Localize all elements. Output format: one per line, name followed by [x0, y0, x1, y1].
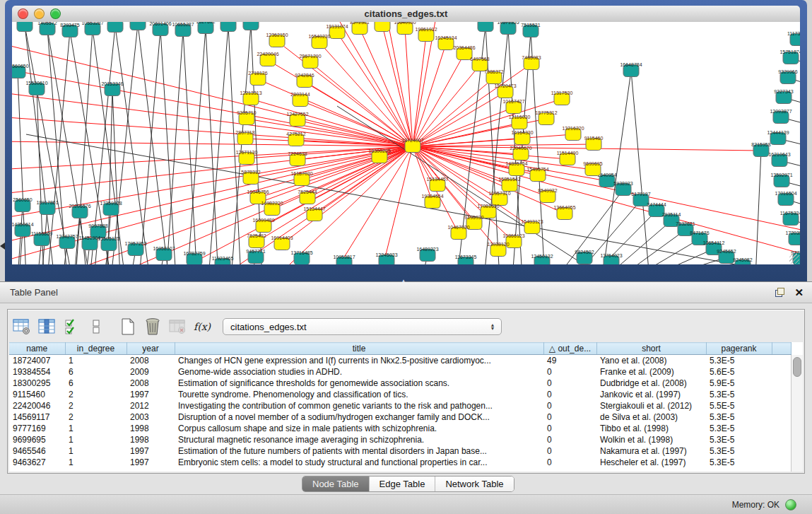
- row-selection-button[interactable]: [61, 316, 81, 337]
- table-cell[interactable]: 0: [543, 434, 596, 445]
- network-edge[interactable]: [139, 30, 160, 264]
- table-cell[interactable]: Estimation of significance thresholds fo…: [175, 378, 543, 389]
- table-cell[interactable]: Stergiakouli et al. (2012): [596, 400, 706, 411]
- show-columns-button[interactable]: [37, 316, 57, 337]
- table-cell[interactable]: Changes of HCN gene expression and I(f) …: [175, 355, 543, 367]
- network-edge[interactable]: [602, 71, 631, 264]
- network-edge[interactable]: [319, 42, 413, 146]
- table-cell[interactable]: 19384554: [9, 366, 65, 378]
- scrollbar-thumb[interactable]: [793, 357, 801, 377]
- network-edge[interactable]: [305, 81, 413, 146]
- delete-column-button[interactable]: [143, 316, 163, 337]
- column-header-short[interactable]: short: [596, 343, 706, 355]
- table-cell[interactable]: 1997: [126, 457, 175, 468]
- table-cell[interactable]: Dudbridge et al. (2008): [596, 378, 706, 389]
- close-panel-icon[interactable]: ✕: [794, 288, 804, 297]
- table-cell[interactable]: 18724007: [9, 355, 65, 367]
- column-header-out_de[interactable]: △ out_de...: [543, 343, 596, 355]
- table-cell[interactable]: 5.9E-5: [706, 378, 772, 389]
- network-edge[interactable]: [413, 35, 426, 146]
- table-cell[interactable]: 1: [65, 434, 126, 445]
- network-node[interactable]: [243, 22, 259, 30]
- table-cell[interactable]: 2009: [126, 366, 175, 378]
- network-edge[interactable]: [12, 42, 413, 146]
- table-cell[interactable]: Investigating the contribution of common…: [175, 400, 543, 411]
- table-cell[interactable]: 9115460: [9, 389, 65, 400]
- table-cell[interactable]: 1997: [126, 445, 175, 457]
- column-header-in_degree[interactable]: in_degree: [65, 343, 126, 355]
- table-cell[interactable]: 1: [65, 445, 126, 457]
- network-node[interactable]: [220, 22, 236, 32]
- new-column-button[interactable]: [118, 316, 138, 337]
- table-cell[interactable]: Wolkin et al. (1998): [596, 434, 706, 445]
- table-cell[interactable]: 49: [543, 355, 596, 367]
- table-mode-button[interactable]: [12, 316, 32, 337]
- table-cell[interactable]: 1: [65, 355, 126, 367]
- network-edge[interactable]: [138, 24, 169, 264]
- network-edge[interactable]: [166, 30, 183, 264]
- table-cell[interactable]: Disruption of a novel member of a sodium…: [175, 411, 543, 423]
- table-cell[interactable]: 0: [543, 389, 596, 400]
- table-cell[interactable]: 5.3E-5: [706, 434, 772, 445]
- function-builder-button[interactable]: f(x): [192, 316, 212, 337]
- table-cell[interactable]: 0: [543, 445, 596, 457]
- table-cell[interactable]: 1: [65, 457, 126, 468]
- table-cell[interactable]: Corpus callosum shape and size in male p…: [175, 423, 543, 434]
- table-cell[interactable]: Estimation of the future numbers of pati…: [175, 445, 543, 457]
- table-row[interactable]: 1830029562008Estimation of significance …: [9, 378, 791, 389]
- network-edge[interactable]: [631, 71, 649, 264]
- column-header-year[interactable]: year: [126, 343, 175, 355]
- table-cell[interactable]: 5.6E-5: [706, 366, 772, 378]
- row-height-button[interactable]: [86, 316, 106, 337]
- network-edge[interactable]: [413, 92, 505, 146]
- table-cell[interactable]: 5.3E-5: [706, 411, 772, 423]
- table-cell[interactable]: 2012: [126, 400, 175, 411]
- table-cell[interactable]: 2003: [126, 411, 175, 423]
- table-cell[interactable]: 9465546: [9, 445, 65, 457]
- table-row[interactable]: 1938455462009Genome-wide association stu…: [9, 366, 791, 378]
- float-window-icon[interactable]: [775, 288, 784, 297]
- table-cell[interactable]: 5.3E-5: [706, 389, 772, 400]
- table-cell[interactable]: 5.3E-5: [706, 423, 772, 434]
- table-cell[interactable]: 18300295: [9, 378, 65, 389]
- table-cell[interactable]: 0: [543, 378, 596, 389]
- table-selector-dropdown[interactable]: citations_edges.txt ▲▼: [223, 318, 502, 335]
- network-edge[interactable]: [382, 25, 413, 146]
- network-edge[interactable]: [413, 146, 800, 258]
- table-cell[interactable]: 1997: [126, 389, 175, 400]
- table-cell[interactable]: 5.5E-5: [706, 400, 772, 411]
- network-edge[interactable]: [264, 146, 413, 226]
- table-cell[interactable]: 0: [543, 423, 596, 434]
- network-edge[interactable]: [111, 24, 138, 264]
- resize-grip-icon[interactable]: [789, 254, 799, 264]
- network-edge[interactable]: [257, 146, 413, 242]
- network-edge[interactable]: [755, 151, 761, 264]
- table-cell[interactable]: 1998: [126, 423, 175, 434]
- table-cell[interactable]: 0: [543, 400, 596, 411]
- network-edge[interactable]: [47, 29, 67, 264]
- table-cell[interactable]: 1: [65, 423, 126, 434]
- table-cell[interactable]: Embryonic stem cells: a model to study s…: [175, 457, 543, 468]
- table-row[interactable]: 946362711997Embryonic stem cells: a mode…: [9, 457, 791, 468]
- table-cell[interactable]: 2: [65, 400, 126, 411]
- tab-edge-table[interactable]: Edge Table: [370, 477, 436, 491]
- network-edge[interactable]: [618, 230, 686, 264]
- table-cell[interactable]: 9699695: [9, 434, 65, 445]
- table-cell[interactable]: Hescheler et al. (1997): [596, 457, 706, 468]
- network-node[interactable]: [375, 22, 390, 32]
- table-cell[interactable]: 0: [543, 366, 596, 378]
- panel-collapse-arrow-icon[interactable]: [0, 243, 5, 250]
- memory-status-indicator[interactable]: [785, 499, 796, 510]
- column-header-pagerank[interactable]: pagerank: [706, 343, 772, 355]
- table-cell[interactable]: 0: [543, 457, 596, 468]
- network-node[interactable]: [130, 22, 146, 30]
- table-cell[interactable]: 1998: [126, 434, 175, 445]
- network-node[interactable]: [107, 22, 123, 33]
- network-edge[interactable]: [379, 146, 413, 264]
- table-row[interactable]: 2242004622012Investigating the contribut…: [9, 400, 791, 411]
- table-cell[interactable]: 6: [65, 366, 126, 378]
- network-edge[interactable]: [589, 211, 657, 264]
- window-titlebar[interactable]: citations_edges.txt: [12, 6, 800, 23]
- table-cell[interactable]: 9463627: [9, 457, 65, 468]
- table-cell[interactable]: Tourette syndrome. Phenomenology and cla…: [175, 389, 543, 400]
